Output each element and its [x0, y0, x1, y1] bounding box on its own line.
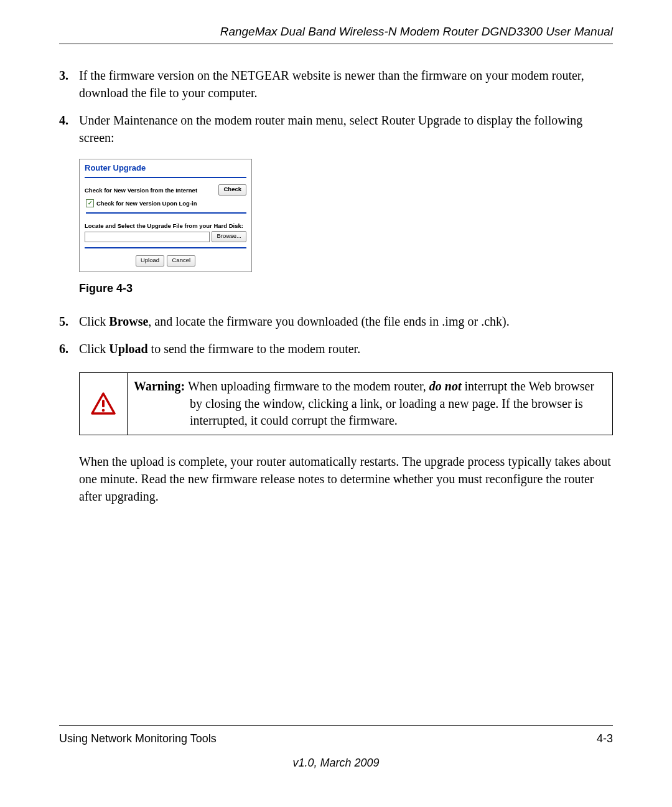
page-footer: Using Network Monitoring Tools 4-3 v1.0,… [59, 725, 613, 770]
router-upgrade-panel: Router Upgrade Check for New Version fro… [79, 159, 252, 272]
check-version-label: Check for New Version from the Internet [85, 187, 197, 194]
file-row: Browse... [85, 231, 246, 248]
svg-point-2 [102, 409, 105, 412]
footer-page-number: 4-3 [597, 732, 613, 745]
step-3: 3. If the firmware version on the NETGEA… [59, 67, 613, 101]
warning-icon [91, 392, 116, 415]
figure-wrap: Router Upgrade Check for New Version fro… [79, 159, 613, 295]
button-row: Upload Cancel [85, 253, 246, 267]
file-path-input[interactable] [85, 232, 210, 242]
step-text: Under Maintenance on the modem router ma… [79, 111, 613, 146]
step-4: 4. Under Maintenance on the modem router… [59, 111, 613, 146]
warning-label: Warning: [134, 379, 185, 393]
step-number: 4. [59, 111, 79, 146]
auto-check-checkbox[interactable]: ✓ [86, 199, 94, 207]
page: RangeMax Dual Band Wireless-N Modem Rout… [0, 0, 672, 807]
footer-section: Using Network Monitoring Tools [59, 732, 217, 745]
step-number: 6. [59, 340, 79, 357]
auto-check-label: Check for New Version Upon Log-in [96, 200, 197, 207]
svg-rect-1 [102, 400, 105, 407]
post-warning-paragraph: When the upload is complete, your router… [79, 453, 613, 505]
check-version-row: Check for New Version from the Internet … [85, 184, 246, 196]
step-text: Click Upload to send the firmware to the… [79, 340, 613, 357]
figure-caption: Figure 4-3 [79, 282, 613, 295]
step-number: 5. [59, 313, 79, 330]
step-5: 5. Click Browse, and locate the firmware… [59, 313, 613, 330]
auto-check-row: ✓ Check for New Version Upon Log-in [86, 199, 246, 214]
step-number: 3. [59, 67, 79, 101]
cancel-button[interactable]: Cancel [167, 255, 195, 267]
check-button[interactable]: Check [218, 184, 246, 196]
browse-button[interactable]: Browse... [212, 231, 246, 242]
panel-title: Router Upgrade [85, 163, 246, 178]
warning-text: Warning: When uploading firmware to the … [128, 373, 612, 435]
footer-version: v1.0, March 2009 [59, 757, 613, 770]
steps-list: 3. If the firmware version on the NETGEA… [59, 67, 613, 146]
upload-button[interactable]: Upload [136, 255, 164, 267]
footer-rule [59, 725, 613, 726]
locate-label: Locate and Select the Upgrade File from … [85, 222, 246, 229]
warning-icon-cell [80, 373, 128, 435]
running-header: RangeMax Dual Band Wireless-N Modem Rout… [59, 25, 613, 44]
step-text: If the firmware version on the NETGEAR w… [79, 67, 613, 101]
steps-list-2: 5. Click Browse, and locate the firmware… [59, 313, 613, 357]
warning-box: Warning: When uploading firmware to the … [79, 372, 613, 435]
step-6: 6. Click Upload to send the firmware to … [59, 340, 613, 357]
step-text: Click Browse, and locate the firmware yo… [79, 313, 613, 330]
